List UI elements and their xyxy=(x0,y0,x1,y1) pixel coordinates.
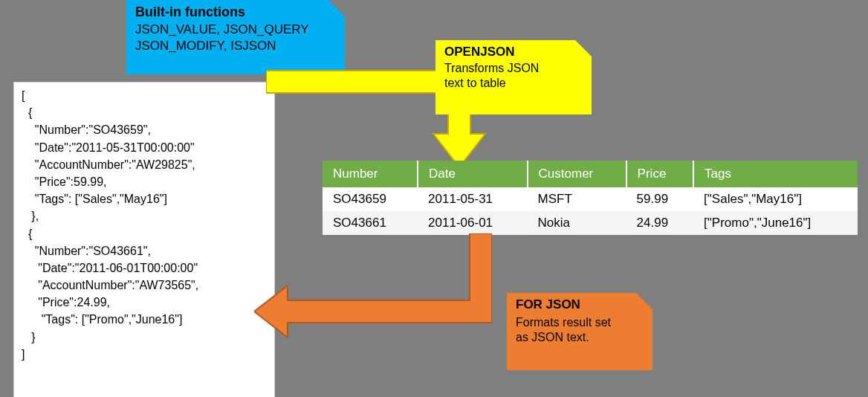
openjson-body: Transforms JSON text to table xyxy=(444,61,583,91)
table-cell: SO43661 xyxy=(323,211,418,235)
table-cell: 24.99 xyxy=(626,211,694,235)
builtin-functions-body: JSON_VALUE, JSON_QUERY JSON_MODIFY, ISJS… xyxy=(135,22,336,54)
table-row: SO43661 2011-06-01 Nokia 24.99 ["Promo",… xyxy=(323,211,858,235)
forjson-title: FOR JSON xyxy=(516,297,644,312)
forjson-body: Formats result set as JSON text. xyxy=(516,315,644,345)
openjson-title: OPENJSON xyxy=(444,45,583,59)
table-header-row: Number Date Customer Price Tags xyxy=(323,161,858,187)
table-cell: Nokia xyxy=(528,211,626,235)
table-cell: ["Promo","June16"] xyxy=(693,211,858,235)
table-cell: 59.99 xyxy=(626,187,694,211)
forjson-arrow-icon xyxy=(254,233,492,338)
json-text-panel: [ { "Number":"SO43659", "Date":"2011-05-… xyxy=(13,82,275,397)
table-header: Tags xyxy=(693,161,858,187)
table-header: Price xyxy=(626,161,694,187)
forjson-callout: FOR JSON Formats result set as JSON text… xyxy=(507,293,652,370)
table-cell: MSFT xyxy=(528,187,626,211)
table-header: Number xyxy=(323,161,418,187)
table-cell: 2011-05-31 xyxy=(418,187,528,211)
table-header: Date xyxy=(418,161,528,187)
table-row: SO43659 2011-05-31 MSFT 59.99 ["Sales","… xyxy=(323,187,858,211)
table-cell: 2011-06-01 xyxy=(418,211,528,235)
openjson-callout: OPENJSON Transforms JSON text to table xyxy=(435,40,592,114)
result-table: Number Date Customer Price Tags SO43659 … xyxy=(323,161,858,235)
diagram-canvas: [ { "Number":"SO43659", "Date":"2011-05-… xyxy=(0,0,868,397)
table-cell: SO43659 xyxy=(323,187,418,211)
table-cell: ["Sales","May16"] xyxy=(693,187,858,211)
table-header: Customer xyxy=(528,161,626,187)
builtin-functions-title: Built-in functions xyxy=(135,4,336,20)
